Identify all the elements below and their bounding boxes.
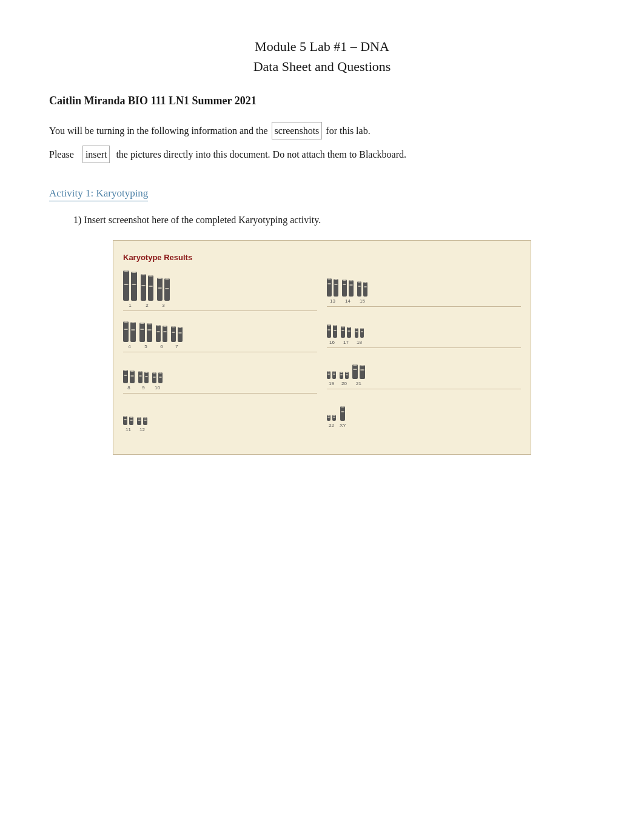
karyotype-row-r4: 22 XY: [327, 394, 521, 431]
karyotype-row-1: 1 2 3: [123, 270, 317, 311]
pair-7: 7: [171, 326, 183, 349]
pair-22: 22: [327, 415, 336, 428]
instruction-1: You will be turning in the following inf…: [49, 122, 595, 139]
pair-14: 14: [342, 280, 354, 304]
pair-1: 1: [123, 270, 137, 308]
pair-18: 18: [355, 328, 364, 345]
pair-16: 16: [327, 324, 337, 345]
instruction2-highlight1: insert: [82, 146, 110, 163]
page-container: Module 5 Lab #1 – DNA Data Sheet and Que…: [49, 36, 595, 588]
karyotype-right-panel: 13 14 15: [327, 270, 521, 440]
pair-8: 8: [123, 370, 135, 391]
instruction1-highlight: screenshots: [272, 122, 323, 139]
activity1-heading: Activity 1: Karyotyping: [49, 187, 148, 201]
pair-2: 2: [141, 274, 153, 308]
title-line2: Data Sheet and Questions: [49, 56, 595, 76]
karyotype-left-panel: 1 2 3: [123, 270, 317, 440]
pair-13: 13: [327, 278, 338, 304]
karyotype-row-2: 4 5 6: [123, 316, 317, 352]
pair-19: 19: [327, 371, 336, 386]
karyotype-image: Karyotype Results 1: [113, 240, 531, 455]
pair-xy: XY: [340, 406, 346, 428]
activity1-section: Activity 1: Karyotyping 1) Insert screen…: [49, 169, 595, 228]
instruction2-part2: the pictures directly into this document…: [116, 149, 406, 159]
karyotype-row-r3: 19 20 21: [327, 353, 521, 389]
page-bottom-space: [49, 467, 595, 588]
pair-5: 5: [139, 323, 152, 349]
pair-17: 17: [341, 326, 351, 345]
pair-21: 21: [352, 364, 365, 386]
karyotype-row-r1: 13 14 15: [327, 270, 521, 307]
pair-4: 4: [123, 321, 136, 349]
instruction1-part1: You will be turning in the following inf…: [49, 126, 268, 136]
pair-12: 12: [137, 417, 147, 432]
karyotype-panels: 1 2 3: [123, 270, 521, 440]
karyotype-title: Karyotype Results: [123, 253, 521, 262]
pair-20: 20: [340, 372, 349, 386]
pair-11: 11: [123, 416, 133, 432]
pair-9: 9: [138, 371, 149, 391]
karyotype-row-4: 11 12: [123, 398, 317, 435]
title-line1: Module 5 Lab #1 – DNA: [49, 36, 595, 56]
pair-10: 10: [152, 372, 163, 391]
instruction1-part2: for this lab.: [326, 126, 370, 136]
instruction2-part1: Please: [49, 149, 74, 159]
karyotype-row-r2: 16 17 18: [327, 312, 521, 348]
instruction-2: Please insert the pictures directly into…: [49, 146, 595, 163]
student-info: Caitlin Miranda BIO 111 LN1 Summer 2021: [49, 95, 595, 107]
karyotype-row-3: 8 9 10: [123, 357, 317, 394]
pair-15: 15: [357, 281, 367, 304]
pair-3: 3: [157, 278, 170, 308]
title-block: Module 5 Lab #1 – DNA Data Sheet and Que…: [49, 36, 595, 76]
pair-6: 6: [156, 325, 167, 349]
activity1-item1: 1) Insert screenshot here of the complet…: [73, 212, 595, 228]
